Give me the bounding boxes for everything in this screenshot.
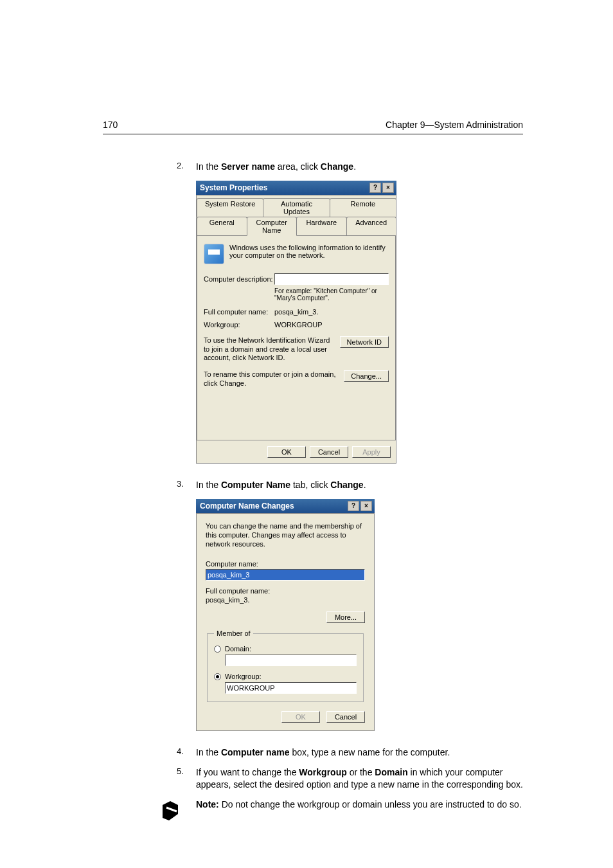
network-id-button[interactable]: Network ID <box>340 336 389 348</box>
workgroup-label: Workgroup: <box>225 673 262 680</box>
step-text: In the Computer name box, type a new nam… <box>196 746 523 759</box>
note-body: Do not change the workgroup or domain un… <box>219 799 522 809</box>
step-fragment: . <box>364 480 366 490</box>
help-button[interactable]: ? <box>369 183 381 193</box>
cancel-button[interactable]: Cancel <box>310 446 348 458</box>
workgroup-label: Workgroup: <box>204 321 274 329</box>
full-computer-name-label: Full computer name: <box>204 308 274 316</box>
tab-computer-name[interactable]: Computer Name <box>247 217 298 236</box>
note-label: Note: <box>196 799 219 809</box>
step-number: 3. <box>177 479 196 489</box>
domain-label: Domain: <box>225 645 251 653</box>
chapter-title: Chapter 9—System Administration <box>386 120 523 130</box>
full-computer-name-value: posqa_kim_3. <box>274 308 389 316</box>
computer-name-label: Computer name: <box>206 560 365 568</box>
ok-button[interactable]: OK <box>281 711 320 723</box>
intro-text: Windows uses the following information t… <box>229 244 389 264</box>
page-number: 170 <box>103 120 118 130</box>
tab-hardware[interactable]: Hardware <box>296 217 347 236</box>
step-text: If you want to change the Workgroup or t… <box>196 766 523 791</box>
step-bold: Computer Name <box>221 480 290 490</box>
step-fragment: tab, click <box>290 480 330 490</box>
computer-icon <box>204 244 224 264</box>
computer-name-changes-dialog: Computer Name Changes ? × You can change… <box>196 499 375 732</box>
workgroup-radio[interactable] <box>214 673 221 680</box>
workgroup-input[interactable] <box>225 682 357 694</box>
step-number: 2. <box>177 161 196 170</box>
cancel-button[interactable]: Cancel <box>326 711 365 723</box>
apply-button[interactable]: Apply <box>352 446 391 458</box>
step-bold: Computer name <box>221 747 290 757</box>
step-text: In the Computer Name tab, click Change. <box>196 479 523 491</box>
example-text: For example: "Kitchen Computer" or "Mary… <box>274 287 389 302</box>
step-text: In the Server name area, click Change. <box>196 161 523 173</box>
domain-input[interactable] <box>225 655 357 666</box>
dialog-titlebar: Computer Name Changes ? × <box>196 499 375 513</box>
computer-description-label: Computer description: <box>204 275 274 283</box>
tab-remote[interactable]: Remote <box>330 198 396 217</box>
header-rule <box>103 134 523 134</box>
full-computer-name-value: posqa_kim_3. <box>206 596 365 604</box>
dialog-intro: You can change the name and the membersh… <box>206 521 365 549</box>
tab-advanced[interactable]: Advanced <box>346 217 397 236</box>
member-of-group: Member of Domain: Workgroup: <box>207 629 364 702</box>
workgroup-value: WORKGROUP <box>274 321 389 329</box>
dialog-title: Computer Name Changes <box>200 502 294 511</box>
ok-button[interactable]: OK <box>267 446 306 458</box>
step-fragment: or the <box>347 767 375 777</box>
computer-description-input[interactable] <box>274 273 389 285</box>
tab-automatic-updates[interactable]: Automatic Updates <box>263 198 330 217</box>
step-fragment: In the <box>196 480 221 490</box>
network-id-text: To use the Network Identification Wizard… <box>204 336 335 363</box>
dialog-titlebar: System Properties ? × <box>196 181 396 195</box>
close-button[interactable]: × <box>382 183 394 193</box>
step-fragment: area, click <box>275 161 321 172</box>
domain-radio[interactable] <box>214 646 221 653</box>
member-of-legend: Member of <box>214 629 253 637</box>
step-fragment: In the <box>196 161 221 172</box>
tab-system-restore[interactable]: System Restore <box>197 198 263 217</box>
step-fragment: box, type a new name for the computer. <box>290 747 450 757</box>
note-text: Note: Do not change the workgroup or dom… <box>196 799 523 811</box>
step-fragment: If you want to change the <box>196 767 299 777</box>
step-fragment: In the <box>196 747 221 757</box>
step-bold: Server name <box>221 161 275 172</box>
tab-general[interactable]: General <box>197 217 247 236</box>
step-number: 4. <box>177 746 196 756</box>
full-computer-name-label: Full computer name: <box>206 587 365 595</box>
computer-name-input[interactable] <box>206 569 365 581</box>
dialog-title: System Properties <box>200 183 267 192</box>
note-icon <box>157 799 183 824</box>
change-button[interactable]: Change... <box>344 370 389 382</box>
close-button[interactable]: × <box>360 501 372 511</box>
more-button[interactable]: More... <box>326 611 365 623</box>
step-bold: Change <box>321 161 353 172</box>
change-text: To rename this computer or join a domain… <box>204 370 339 388</box>
step-bold: Change <box>330 480 363 490</box>
help-button[interactable]: ? <box>348 501 359 511</box>
step-bold: Workgroup <box>299 767 346 777</box>
step-fragment: . <box>353 161 356 172</box>
step-bold: Domain <box>375 767 407 777</box>
system-properties-dialog: System Properties ? × System Restore Aut… <box>196 181 396 464</box>
step-number: 5. <box>177 766 196 776</box>
